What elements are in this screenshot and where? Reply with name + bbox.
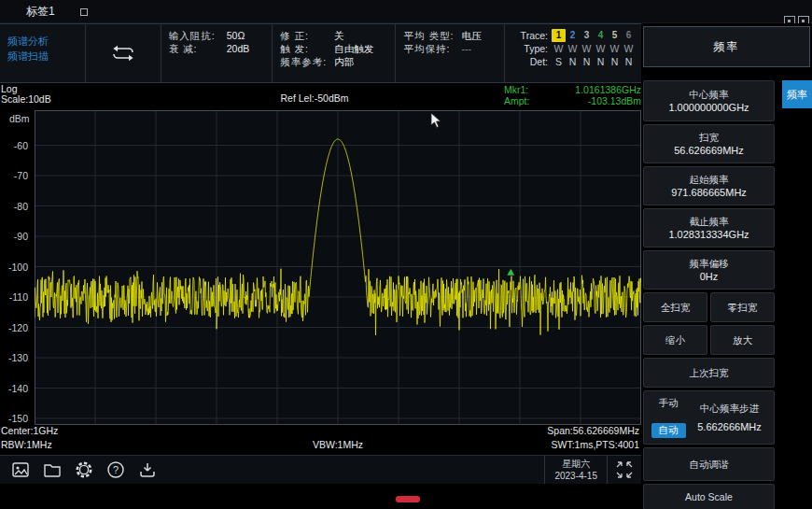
stop-frequency-label: 截止频率 (690, 215, 729, 228)
mouse-cursor (430, 112, 442, 133)
frequency-menu-panel: 频率 中心频率 1.000000000GHz 扫宽 56.626669MHz 起… (641, 23, 812, 483)
zoom-out-button[interactable]: 缩小 (643, 325, 707, 355)
start-frequency-button[interactable]: 起始频率 971.686665MHz (643, 166, 775, 205)
start-frequency-value: 971.686665MHz (671, 186, 747, 199)
swt-readout: SWT:1ms,PTS:4001 (408, 440, 639, 450)
trace-type-2: W (566, 42, 580, 55)
y-axis-tick: -110 (0, 291, 28, 303)
nav-spectrum-analysis[interactable]: 频谱分析 (7, 34, 79, 49)
zoom-out-label: 缩小 (665, 333, 685, 346)
marker-name: Mkr1: (504, 85, 528, 95)
trace-det-4: N (594, 55, 608, 68)
trace-5[interactable]: 5 (608, 29, 622, 42)
y-axis-unit: dBm (9, 113, 30, 124)
gear-icon (74, 460, 94, 480)
span-readout: Span:56.626669MHz (408, 426, 639, 436)
trigger-label: 触 发: (280, 42, 334, 55)
stop-frequency-button[interactable]: 截止频率 1.028313334GHz (643, 208, 775, 247)
connection-status-button[interactable] (608, 456, 641, 484)
full-span-button[interactable]: 全扫宽 (643, 292, 707, 322)
frequency-offset-button[interactable]: 频率偏移 0Hz (643, 250, 775, 290)
center-frequency-value: 1.000000000GHz (668, 101, 749, 114)
trace-type-4: W (594, 42, 608, 55)
frequency-offset-label: 频率偏移 (690, 257, 729, 270)
cf-step-button[interactable]: 手动 自动 中心频率步进 5.662666MHz (643, 390, 775, 445)
trace-det-1: S (552, 55, 566, 68)
trace-6[interactable]: 6 (622, 29, 636, 42)
screenshot-button[interactable] (9, 459, 32, 481)
auto-toggle-button[interactable]: 自动 (651, 423, 686, 438)
stop-frequency-value: 1.028313334GHz (668, 228, 749, 241)
manual-label[interactable]: 手动 (659, 397, 679, 410)
zoom-in-label: 放大 (733, 333, 752, 346)
trace-3[interactable]: 3 (580, 29, 594, 42)
continuous-sweep-button[interactable] (86, 24, 161, 82)
auto-tune-button[interactable]: 自动调谐 (643, 447, 775, 481)
input-settings: 输入阻抗:50Ω 衰 减:20dB (161, 24, 273, 82)
cf-step-value: 5.662666MHz (697, 420, 762, 433)
center-frequency-button[interactable]: 中心频率 1.000000000GHz (643, 80, 775, 121)
trace-det-5: N (608, 55, 622, 68)
mode-nav: 频谱分析 频谱扫描 (0, 24, 86, 82)
y-axis-tick: -90 (0, 231, 28, 242)
freq-ref-label: 频率参考: (280, 55, 334, 68)
trace-type-1: W (552, 42, 566, 55)
atten-label: 衰 减: (169, 42, 227, 55)
help-button[interactable]: ? (105, 459, 127, 481)
marker-amplitude-readout: Ampt: -103.13dBm (504, 96, 641, 106)
avg-hold-label: 平均保持: (403, 42, 461, 55)
avg-hold-value: --- (461, 42, 498, 55)
last-span-label: 上次扫宽 (690, 366, 729, 379)
auto-scale-button[interactable]: Auto Scale (643, 484, 775, 509)
question-icon: ? (105, 460, 126, 480)
download-icon (137, 460, 158, 479)
impedance-value: 50Ω (227, 29, 266, 42)
y-axis-tick: -120 (0, 322, 28, 333)
freq-ref-value: 内部 (334, 55, 389, 68)
trace-4[interactable]: 4 (594, 29, 608, 42)
correction-value: 关 (334, 29, 389, 42)
trigger-settings: 修 正:关 触 发:自由触发 频率参考:内部 (273, 24, 396, 82)
taskbar: ? 星期六 2023-4-15 (0, 455, 641, 484)
folder-icon (42, 460, 63, 479)
trace-2[interactable]: 2 (566, 29, 580, 42)
atten-value: 20dB (227, 42, 266, 55)
last-span-button[interactable]: 上次扫宽 (643, 358, 775, 388)
spectrum-plot-svg (35, 110, 641, 425)
y-axis-tick: -140 (0, 383, 28, 394)
trace-1[interactable]: 1 (552, 29, 566, 42)
settings-button[interactable] (73, 459, 95, 481)
trace-det-6: N (622, 55, 636, 68)
type-label: Type: (514, 42, 548, 55)
avg-type-label: 平均 类型: (403, 29, 461, 42)
span-value: 56.626669MHz (674, 144, 744, 157)
ampt-label: Ampt: (504, 96, 529, 106)
y-axis-tick: -150 (0, 413, 28, 424)
screenshot-icon (10, 460, 31, 479)
trace-table: Trace: 123456 Type: WWWWWW Det: SNNNNN (505, 24, 641, 82)
active-menu-tab[interactable]: 频率 (782, 80, 812, 108)
zoom-in-button[interactable]: 放大 (710, 325, 775, 355)
tab-pin-icon[interactable] (80, 8, 88, 16)
file-manager-button[interactable] (41, 459, 63, 481)
y-axis-tick: -80 (0, 201, 28, 212)
trace-det-3: N (580, 55, 594, 68)
marker-readout: Mkr1: 1.0161386GHz (504, 85, 641, 95)
y-axis-tick: -130 (0, 352, 28, 363)
save-button[interactable] (136, 459, 159, 481)
correction-label: 修 正: (280, 29, 334, 42)
date-label: 2023-4-15 (554, 470, 597, 482)
spectrum-plot[interactable] (35, 110, 641, 425)
trace-type-3: W (580, 42, 594, 55)
center-frequency-label: 中心频率 (690, 88, 729, 101)
span-button[interactable]: 扫宽 56.626669MHz (643, 124, 775, 163)
impedance-label: 输入阻抗: (169, 29, 227, 42)
nav-spectrum-sweep[interactable]: 频谱扫描 (7, 49, 79, 64)
connection-arrows-icon (612, 459, 637, 481)
y-axis-tick: -70 (0, 170, 28, 181)
trigger-value: 自由触发 (334, 42, 389, 55)
bottom-center-indicator (396, 496, 420, 502)
tab-label[interactable]: 标签1 (26, 4, 55, 20)
zero-span-button[interactable]: 零扫宽 (710, 292, 775, 322)
auto-scale-label: Auto Scale (685, 490, 733, 503)
